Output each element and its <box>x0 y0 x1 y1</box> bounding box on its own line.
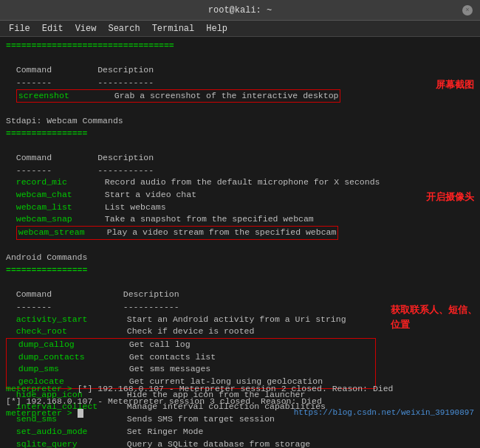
prompt2-prefix: [*] <box>6 396 27 406</box>
section2-divider: ------- ----------- <box>6 165 154 175</box>
titlebar: root@kali: ~ × <box>0 0 480 21</box>
check-root-row: check_root Check if device is rooted <box>6 326 254 336</box>
section3-divider: ------- ----------- <box>6 302 179 311</box>
menu-edit[interactable]: Edit <box>36 21 69 36</box>
webcam-list-row: webcam_list List webcams <box>6 202 166 212</box>
separator-3: ================ <box>6 265 87 275</box>
section2-header: Command Description <box>6 153 154 162</box>
prompt-line-2: [*] 192.168.0.107 - Meterpreter session … <box>6 396 474 408</box>
section2-title: Stdapi: Webcam Commands <box>6 116 123 125</box>
prompt2-text: 192.168.0.107 - Meterpreter session 3 cl… <box>27 396 322 406</box>
section1-header: Command Description <box>6 65 154 75</box>
set-audio-mode-row: set_audio_mode Set Ringer Mode <box>6 427 203 436</box>
prompt-line-1: meterpreter > [*] 192.168.0.107 - Meterp… <box>6 383 474 396</box>
webcam-snap-row: webcam_snap Take a snapshot from the spe… <box>6 214 314 224</box>
activity-start-row: activity_start Start an Android activity… <box>6 314 346 324</box>
close-button[interactable]: × <box>462 5 473 15</box>
terminal-content: ================================= Comman… <box>0 37 480 448</box>
webcam-chat-row: webcam_chat Start a video chat <box>6 190 196 199</box>
sqlite-query-row: sqlite_query Query a SQLite database fro… <box>6 439 310 449</box>
menu-search[interactable]: Search <box>102 21 145 36</box>
menu-file[interactable]: File <box>3 21 36 36</box>
menu-help[interactable]: Help <box>200 21 233 36</box>
titlebar-title: root@kali: ~ <box>208 5 272 15</box>
prompt1-text: [*] 192.168.0.107 - Meterpreter session … <box>78 384 394 393</box>
section1-divider: ------- ----------- <box>6 77 154 87</box>
prompt1-prefix: meterpreter > <box>6 384 78 393</box>
record-mic-row: record_mic Record audio from the default… <box>6 177 380 187</box>
cursor <box>78 409 83 418</box>
separator-1: ================================= <box>6 41 174 50</box>
menubar: File Edit View Search Terminal Help <box>0 21 480 37</box>
section3-title: Android Commands <box>6 252 87 262</box>
menu-view[interactable]: View <box>69 21 103 36</box>
final-prompt: meterpreter > <box>6 408 78 418</box>
webcam-stream-row: webcam_streamPlay a video stream from th… <box>6 227 338 237</box>
menu-terminal[interactable]: Terminal <box>146 21 201 36</box>
section3-header: Command Description <box>6 289 179 299</box>
screenshot-row: screenshot Grab a screenshot of the inte… <box>6 91 340 100</box>
watermark: https://blog.csdn.net/weixin_39190897 <box>294 407 474 419</box>
separator-2: ================ <box>6 128 87 138</box>
prompt-area: meterpreter > [*] 192.168.0.107 - Meterp… <box>6 383 474 420</box>
